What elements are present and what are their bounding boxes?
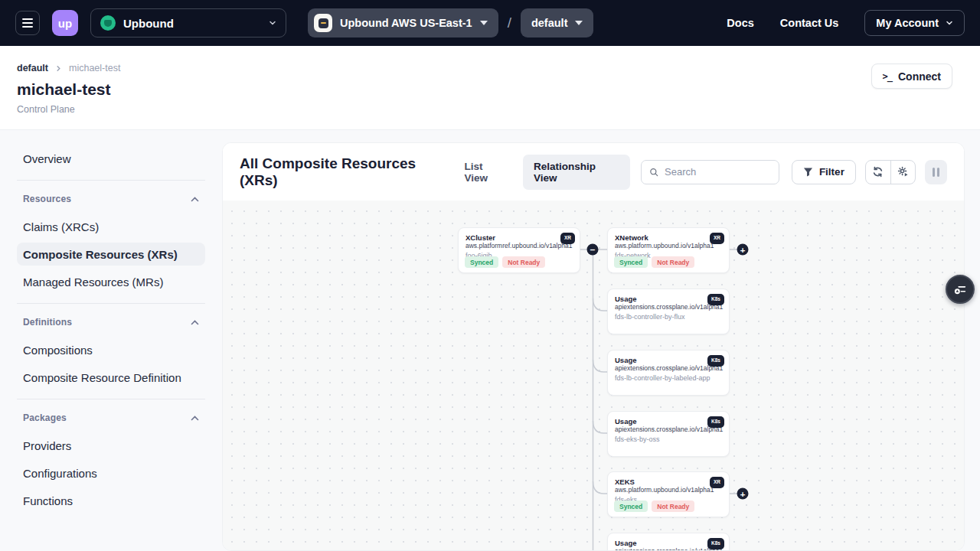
sidebar-item-overview[interactable]: Overview xyxy=(17,147,205,170)
terminal-icon: >_ xyxy=(883,71,892,82)
relationship-graph[interactable]: XClusteraws.platformref.upbound.io/v1alp… xyxy=(223,201,964,551)
org-selector-label: Upbound xyxy=(123,17,269,30)
node-name: fds-lb-controller-by-labeled-app xyxy=(615,374,722,382)
search-input[interactable] xyxy=(665,166,771,178)
upbound-logo[interactable]: up xyxy=(52,10,78,36)
controlplane-selector[interactable]: Upbound AWS US-East-1 xyxy=(308,8,498,37)
org-selector[interactable]: Upbound xyxy=(90,8,286,37)
page-title: michael-test xyxy=(17,80,952,99)
sidebar-item-composite-resource-definition[interactable]: Composite Resource Definition xyxy=(17,366,205,389)
menu-icon[interactable] xyxy=(15,11,40,35)
graph-legend-button[interactable] xyxy=(946,275,975,304)
graph-node-xnetwork-fds-network[interactable]: XNetworkaws.platform.upbound.io/v1alpha1… xyxy=(607,227,730,273)
filter-button-label: Filter xyxy=(819,166,844,178)
graph-node-usage-fds-lb-controller-by-labeled-app[interactable]: Usageapiextensions.crossplane.io/v1alpha… xyxy=(607,350,730,396)
graph-node-usage-fds-eks-by-oss[interactable]: Usageapiextensions.crossplane.io/v1alpha… xyxy=(607,411,730,457)
panel-title: All Composite Resources (XRs) xyxy=(240,155,453,189)
node-type-badge: K8s xyxy=(707,294,724,305)
divider xyxy=(17,180,205,181)
node-kind: Usage xyxy=(615,417,722,425)
status-badge-not-ready: Not Ready xyxy=(652,500,694,512)
gear-play-icon xyxy=(897,166,909,178)
divider xyxy=(17,303,205,304)
node-type-badge: K8s xyxy=(707,416,724,428)
sidebar-item-claims[interactable]: Claims (XRCs) xyxy=(17,215,205,238)
sidebar-item-composite-resources[interactable]: Composite Resources (XRs) xyxy=(17,243,205,266)
sidebar: Overview Resources Claims (XRCs) Composi… xyxy=(0,130,222,551)
graph-node-usage-fds-lb-controller-by-flux[interactable]: Usageapiextensions.crossplane.io/v1alpha… xyxy=(607,289,730,334)
node-api-version: apiextensions.crossplane.io/v1alpha1 xyxy=(615,364,722,373)
top-navbar: up Upbound Upbound AWS US-East-1 / defau… xyxy=(0,0,980,46)
chevron-down-icon xyxy=(269,19,276,27)
org-avatar-icon xyxy=(100,15,116,31)
tab-list-view[interactable]: List View xyxy=(453,155,518,190)
controlplane-icon xyxy=(314,14,332,32)
search-icon xyxy=(649,167,658,178)
status-badge-synced: Synced xyxy=(465,256,498,268)
my-account-label: My Account xyxy=(876,17,939,29)
legend-icon xyxy=(952,282,968,297)
my-account-button[interactable]: My Account xyxy=(864,10,965,36)
sidebar-item-providers[interactable]: Providers xyxy=(17,434,205,457)
section-label: Definitions xyxy=(23,317,72,328)
node-api-version: apiextensions.crossplane.io/v1alpha1 xyxy=(615,425,722,434)
filter-button[interactable]: Filter xyxy=(792,160,856,184)
group-selector[interactable]: default xyxy=(521,8,594,37)
graph-node-usage[interactable]: Usageapiextensions.crossplane.io/v1alpha… xyxy=(607,533,730,551)
page-header: default michael-test michael-test Contro… xyxy=(0,46,980,130)
node-kind: Usage xyxy=(615,295,722,303)
connect-button[interactable]: >_ Connect xyxy=(871,64,952,89)
group-selector-label: default xyxy=(531,17,568,29)
node-type-badge: XR xyxy=(710,477,724,488)
expand-node-button[interactable]: + xyxy=(737,244,749,256)
status-badge-not-ready: Not Ready xyxy=(652,256,694,268)
caret-down-icon xyxy=(480,21,488,25)
chevron-up-icon[interactable] xyxy=(191,416,199,421)
node-type-badge: K8s xyxy=(707,538,724,549)
node-name: fds-lb-controller-by-flux xyxy=(615,313,722,321)
status-badge-not-ready: Not Ready xyxy=(502,256,545,268)
breadcrumb-parent[interactable]: default xyxy=(17,63,48,73)
sidebar-item-managed-resources[interactable]: Managed Resources (MRs) xyxy=(17,270,205,293)
page-subtitle: Control Plane xyxy=(17,104,952,115)
node-api-version: aws.platform.upbound.io/v1alpha1 xyxy=(615,242,722,250)
breadcrumb: default michael-test xyxy=(17,63,952,73)
toolbar: All Composite Resources (XRs) List View … xyxy=(223,143,964,201)
breadcrumb-current: michael-test xyxy=(69,63,120,73)
divider xyxy=(17,399,205,399)
chevron-down-icon xyxy=(946,19,953,27)
node-type-badge: XR xyxy=(560,233,575,244)
graph-node-xcluster-foo-6jgjb[interactable]: XClusteraws.platformref.upbound.io/v1alp… xyxy=(458,227,580,273)
pause-button[interactable] xyxy=(925,160,947,184)
sidebar-item-compositions[interactable]: Compositions xyxy=(17,338,205,361)
chevron-up-icon[interactable] xyxy=(191,197,199,202)
caret-down-icon xyxy=(575,21,583,25)
status-badge-synced: Synced xyxy=(614,256,648,268)
node-kind: Usage xyxy=(615,539,722,547)
contact-us-link[interactable]: Contact Us xyxy=(780,17,839,29)
node-kind: XCluster xyxy=(466,233,573,242)
auto-refresh-settings-button[interactable] xyxy=(890,161,915,184)
refresh-icon xyxy=(872,166,884,178)
chevron-up-icon[interactable] xyxy=(191,320,199,325)
tab-relationship-view[interactable]: Relationship View xyxy=(523,155,630,190)
section-label: Packages xyxy=(23,412,67,423)
sidebar-item-configurations[interactable]: Configurations xyxy=(17,461,205,484)
node-name: fds-eks-by-oss xyxy=(615,435,722,443)
sidebar-section-packages: Packages xyxy=(23,409,199,426)
node-type-badge: XR xyxy=(710,233,724,244)
refresh-button[interactable] xyxy=(866,161,890,184)
node-kind: XEKS xyxy=(615,478,722,486)
node-api-version: aws.platform.upbound.io/v1alpha1 xyxy=(615,486,722,494)
connect-button-label: Connect xyxy=(898,70,941,83)
path-separator: / xyxy=(508,15,511,31)
sidebar-section-resources: Resources xyxy=(23,191,199,207)
node-api-version: apiextensions.crossplane.io/v1alpha1 xyxy=(615,547,722,551)
graph-node-xeks-fds-eks[interactable]: XEKSaws.platform.upbound.io/v1alpha1fds-… xyxy=(607,471,730,517)
collapse-node-button[interactable]: − xyxy=(587,244,599,256)
docs-link[interactable]: Docs xyxy=(727,17,753,29)
expand-node-button[interactable]: + xyxy=(737,488,749,500)
sidebar-item-functions[interactable]: Functions xyxy=(17,489,205,512)
node-status-row: SyncedNot Ready xyxy=(614,500,694,512)
refresh-controls xyxy=(865,160,916,184)
